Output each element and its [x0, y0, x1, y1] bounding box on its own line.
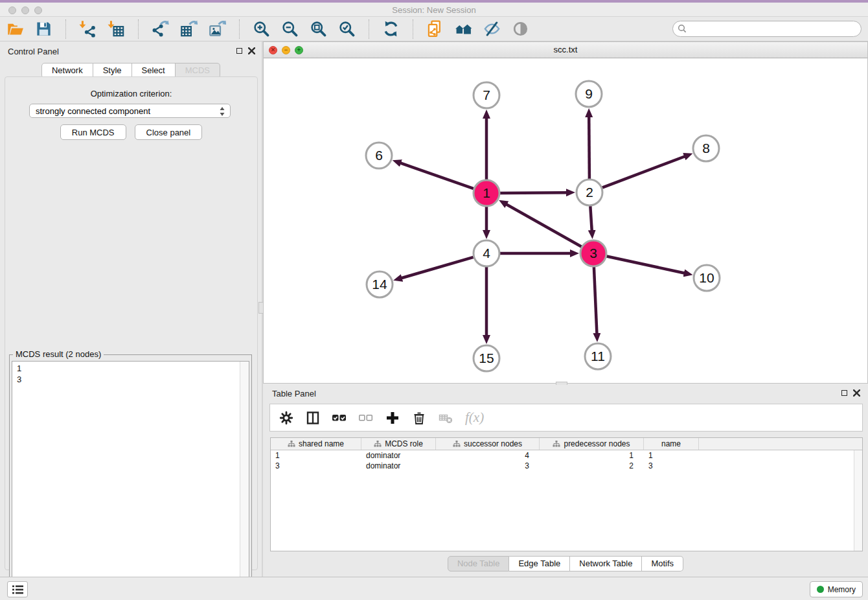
table-panel: Table Panel [263, 385, 868, 577]
float-panel-icon[interactable] [236, 48, 242, 54]
tab-network-table[interactable]: Network Table [570, 556, 642, 571]
open-file-icon[interactable] [6, 20, 24, 38]
window-title: Session: New Session [0, 5, 868, 15]
control-panel: Control Panel NetworkStyleSelectMCDS Opt… [0, 41, 262, 577]
network-view-window: ✕ − + scc.txt 7968124314101511 [263, 41, 868, 384]
zoom-fit-icon[interactable] [310, 20, 327, 38]
node-2[interactable]: 2 [577, 179, 602, 205]
edge-3-10[interactable] [607, 257, 685, 273]
memory-label: Memory [828, 585, 856, 594]
cell-mcds-role[interactable]: dominator [361, 461, 436, 471]
tab-edge-table[interactable]: Edge Table [509, 556, 570, 571]
node-14[interactable]: 14 [367, 271, 393, 297]
select-all-icon[interactable] [332, 411, 347, 425]
edge-4-14[interactable] [401, 257, 474, 279]
cell-name[interactable]: 3 [644, 461, 699, 471]
import-table-icon[interactable] [108, 20, 125, 38]
edge-3-11[interactable] [594, 267, 597, 334]
column-label: successor nodes [464, 439, 522, 448]
float-table-panel-icon[interactable] [841, 390, 847, 396]
zoom-selected-icon[interactable] [338, 20, 356, 38]
edge-1-2[interactable] [500, 192, 567, 193]
node-6[interactable]: 6 [366, 143, 392, 168]
export-table-icon[interactable] [180, 20, 198, 38]
node-4[interactable]: 4 [474, 240, 499, 266]
control-panel-title: Control Panel [8, 47, 59, 56]
add-column-icon[interactable] [385, 411, 400, 425]
cell-successor-nodes[interactable]: 4 [436, 450, 540, 461]
node-1[interactable]: 1 [474, 180, 499, 206]
column-header-predecessor-nodes[interactable]: predecessor nodes [540, 438, 644, 450]
table-row[interactable]: 3dominator323 [271, 461, 862, 471]
function-builder-icon: f(x) [465, 410, 484, 426]
delete-column-icon[interactable] [412, 411, 426, 425]
clone-network-icon[interactable] [426, 20, 444, 38]
close-panel-button[interactable]: Close panel [135, 124, 203, 140]
network-canvas[interactable]: 7968124314101511 [264, 58, 867, 383]
cell-shared-name[interactable]: 1 [271, 450, 361, 461]
edge-3-1[interactable] [506, 204, 582, 247]
task-history-button[interactable] [7, 581, 28, 597]
window-titlebar: Session: New Session [0, 0, 868, 17]
close-panel-icon[interactable] [248, 47, 255, 54]
column-header-shared-name[interactable]: shared name [271, 438, 361, 450]
cell-predecessor-nodes[interactable]: 1 [540, 450, 644, 461]
result-scrollbar[interactable] [240, 362, 249, 598]
mcds-panel: Optimization criterion: strongly connect… [5, 76, 258, 570]
node-10[interactable]: 10 [694, 265, 720, 291]
svg-text:1: 1 [483, 185, 490, 200]
show-details-icon[interactable] [512, 20, 529, 38]
mcds-result-area[interactable]: 1 3 [12, 361, 249, 599]
search-box [672, 21, 862, 37]
hide-details-icon[interactable] [483, 20, 501, 38]
node-9[interactable]: 9 [576, 81, 602, 107]
column-header-mcds-role[interactable]: MCDS role [361, 438, 436, 450]
column-layout-icon[interactable] [306, 411, 320, 425]
zoom-in-icon[interactable] [253, 20, 270, 38]
run-mcds-button[interactable]: Run MCDS [60, 124, 126, 140]
tab-node-table[interactable]: Node Table [448, 556, 510, 571]
toolbar-separator [239, 19, 240, 39]
cell-mcds-role[interactable]: dominator [361, 450, 436, 461]
cell-predecessor-nodes[interactable]: 2 [540, 461, 644, 471]
edge-1-6[interactable] [400, 163, 474, 189]
gear-icon[interactable] [279, 411, 293, 425]
svg-text:3: 3 [589, 246, 597, 260]
tab-motifs[interactable]: Motifs [642, 556, 683, 571]
table-scrollbar[interactable] [854, 450, 862, 551]
node-11[interactable]: 11 [585, 343, 611, 369]
close-table-panel-icon[interactable] [853, 389, 860, 397]
column-type-icon [453, 441, 461, 447]
node-7[interactable]: 7 [474, 82, 499, 108]
import-network-icon[interactable] [79, 20, 97, 38]
refresh-layout-icon[interactable] [382, 20, 400, 38]
node-3[interactable]: 3 [580, 240, 606, 266]
search-input[interactable] [672, 21, 862, 37]
edge-2-3[interactable] [590, 206, 592, 231]
node-8[interactable]: 8 [693, 135, 719, 161]
zoom-out-icon[interactable] [281, 20, 299, 38]
node-table: shared nameMCDS rolesuccessor nodesprede… [270, 437, 863, 551]
cell-successor-nodes[interactable]: 3 [436, 461, 540, 471]
column-type-icon [553, 441, 560, 447]
column-header-name[interactable]: name [644, 438, 699, 450]
memory-button[interactable]: Memory [810, 581, 863, 597]
table-row[interactable]: 1dominator411 [271, 450, 862, 461]
export-network-icon[interactable] [152, 20, 169, 38]
toolbar-separator [138, 19, 139, 39]
edge-2-8[interactable] [602, 156, 686, 188]
criterion-value: strongly connected component [36, 106, 150, 116]
deselect-all-icon[interactable] [359, 411, 373, 425]
node-15[interactable]: 15 [474, 345, 499, 371]
column-header-successor-nodes[interactable]: successor nodes [436, 438, 540, 450]
cell-shared-name[interactable]: 3 [271, 461, 361, 471]
network-window-titlebar[interactable]: ✕ − + scc.txt [264, 42, 867, 58]
export-image-icon[interactable] [209, 20, 226, 38]
criterion-dropdown[interactable]: strongly connected component [29, 104, 231, 118]
save-session-icon[interactable] [35, 20, 52, 38]
memory-status-dot [817, 586, 824, 593]
cell-name[interactable]: 1 [644, 450, 699, 461]
mcds-result-box: MCDS result (2 nodes) 1 3 [9, 354, 252, 600]
first-neighbors-icon[interactable] [455, 20, 472, 38]
edge-2-9[interactable] [589, 116, 589, 179]
